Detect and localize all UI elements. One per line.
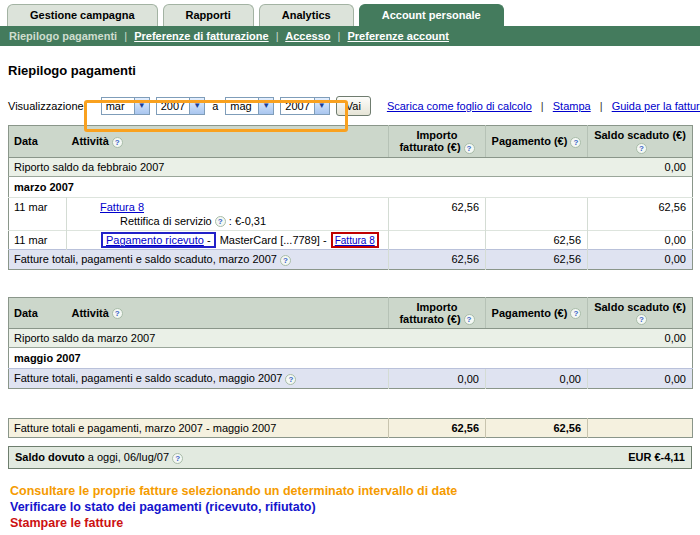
help-icon[interactable]: ? [570, 137, 581, 148]
help-icon[interactable]: ? [636, 314, 647, 325]
chevron-down-icon[interactable]: ▼ [189, 98, 204, 114]
page-title: Riepilogo pagamenti [8, 63, 700, 78]
march-total-row: Fatture totali, pagamenti e saldo scadut… [9, 250, 693, 270]
payment-received-highlight-box: Pagamento ricevuto - [101, 232, 216, 248]
march-total-label: Fatture totali, pagamenti e saldo scadut… [9, 250, 389, 270]
may-payments-table: Data Attività? Importo fatturato (€)? Pa… [8, 297, 693, 389]
payment-summary-page: Gestione campagna Rapporti Analytics Acc… [0, 0, 700, 535]
march-total-pagamento: 62,56 [486, 250, 588, 270]
carryover-row: Riporto saldo da marzo 2007 0,00 [9, 329, 693, 348]
may-total-pagamento: 0,00 [486, 369, 588, 389]
invoice-date: 11 mar [9, 197, 67, 231]
may-total-saldo: 0,00 [588, 369, 693, 389]
invoice-saldo: 62,56 [588, 197, 693, 231]
tab-analytics[interactable]: Analytics [259, 4, 354, 26]
tab-rapporti[interactable]: Rapporti [163, 4, 254, 26]
note-print-invoices: Stampare le fatture [10, 515, 700, 531]
main-tab-bar: Gestione campagna Rapporti Analytics Acc… [0, 0, 700, 26]
chevron-down-icon[interactable]: ▼ [134, 98, 149, 114]
carryover-label: Riporto saldo da marzo 2007 [9, 329, 588, 348]
subnav-item-riepilogo-pagamenti[interactable]: Riepilogo pagamenti [9, 30, 117, 42]
balance-due-row: Saldo dovuto a oggi, 06/lug/07? EUR €-4,… [8, 446, 692, 469]
help-icon[interactable]: ? [112, 308, 123, 319]
march-payments-table: Data Attività? Importo fatturato (€)? Pa… [8, 125, 693, 270]
col-pagamento: Pagamento (€)? [486, 126, 588, 158]
payment-row: 11 mar Pagamento ricevuto - MasterCard [… [9, 231, 693, 250]
payment-date: 11 mar [9, 231, 67, 250]
balance-due-label: Saldo dovuto a oggi, 06/lug/07? [15, 451, 183, 464]
period-summary-label: Fatture totali e pagamenti, marzo 2007 -… [9, 418, 389, 437]
period-summary-row: Fatture totali e pagamenti, marzo 2007 -… [9, 418, 693, 437]
march-total-importo: 62,56 [389, 250, 486, 270]
chevron-down-icon[interactable]: ▼ [314, 98, 329, 114]
period-summary-importo: 62,56 [389, 418, 486, 437]
payment-saldo: 0,00 [588, 231, 693, 250]
visualization-label: Visualizzazione: [8, 100, 87, 112]
to-year-select[interactable]: 2007 ▼ [280, 97, 329, 115]
invoice-link-highlight-box: Fattura 8 [331, 232, 379, 248]
carryover-row: Riporto saldo da febbraio 2007 0,00 [9, 157, 693, 176]
payment-activity: Pagamento ricevuto - MasterCard [...7789… [67, 231, 389, 250]
section-label: marzo 2007 [9, 176, 693, 197]
invoice-pagamento [486, 197, 588, 231]
subnav-separator: | [120, 30, 131, 42]
invoice-importo: 62,56 [389, 197, 486, 231]
payment-invoice-link[interactable]: Fattura 8 [335, 235, 375, 246]
to-month-value: mag [226, 100, 258, 112]
table-header-row: Data Attività? Importo fatturato (€)? Pa… [9, 297, 693, 329]
table-header-row: Data Attività? Importo fatturato (€)? Pa… [9, 126, 693, 158]
help-icon[interactable]: ? [636, 143, 647, 154]
tab-gestione-campagna[interactable]: Gestione campagna [7, 4, 158, 26]
col-saldo: Saldo scaduto (€)? [588, 126, 693, 158]
subnav-link-preferenze-fatturazione[interactable]: Preferenze di fatturazione [134, 30, 268, 42]
from-month-value: mar [102, 100, 134, 112]
march-total-saldo: 0,00 [588, 250, 693, 270]
help-icon[interactable]: ? [464, 314, 475, 325]
go-button[interactable]: Vai [336, 96, 371, 116]
tab-account-personale[interactable]: Account personale [359, 4, 504, 26]
toolbar-links: Scarica come foglio di calcolo | Stampa … [387, 100, 700, 112]
help-icon[interactable]: ? [285, 374, 296, 385]
service-adjustment-value: : €-0,31 [229, 215, 266, 227]
note-consult-invoices: Consultare le proprie fatture selezionan… [10, 483, 700, 499]
col-attivita: Attività? [67, 297, 389, 329]
help-icon[interactable]: ? [280, 255, 291, 266]
may-total-importo: 0,00 [389, 369, 486, 389]
subnav-link-accesso[interactable]: Accesso [285, 30, 330, 42]
from-year-select[interactable]: 2007 ▼ [156, 97, 205, 115]
toolbar-separator: | [594, 100, 609, 112]
col-pagamento: Pagamento (€)? [486, 297, 588, 329]
date-range-controls: Visualizzazione: mar ▼ 2007 ▼ a mag ▼ 20… [8, 94, 700, 118]
from-year-value: 2007 [157, 100, 189, 112]
to-year-value: 2007 [281, 100, 313, 112]
may-total-label: Fatture totali, pagamenti e saldo scadut… [9, 369, 389, 389]
invoice-link[interactable]: Fattura 8 [100, 201, 144, 213]
subnav-separator: | [272, 30, 283, 42]
to-month-select[interactable]: mag ▼ [225, 97, 274, 115]
print-link[interactable]: Stampa [553, 100, 591, 112]
subnav-separator: | [334, 30, 345, 42]
from-month-select[interactable]: mar ▼ [101, 97, 150, 115]
note-verify-payments: Verificare lo stato dei pagamenti (ricev… [10, 499, 700, 515]
service-adjustment: Rettifica di servizio? : €-0,31 [72, 213, 383, 228]
may-total-row: Fatture totali, pagamenti e saldo scadut… [9, 369, 693, 389]
help-icon[interactable]: ? [215, 216, 226, 227]
help-icon[interactable]: ? [112, 137, 123, 148]
col-importo: Importo fatturato (€)? [389, 126, 486, 158]
subnav-link-preferenze-account[interactable]: Preferenze account [347, 30, 448, 42]
help-icon[interactable]: ? [464, 143, 475, 154]
col-data: Data [9, 297, 67, 329]
help-icon[interactable]: ? [172, 453, 183, 464]
payment-received-link[interactable]: Pagamento ricevuto [106, 234, 204, 246]
payment-importo [389, 231, 486, 250]
payment-pagamento: 62,56 [486, 231, 588, 250]
balance-due-amount: EUR €-4,11 [628, 451, 685, 463]
download-spreadsheet-link[interactable]: Scarica come foglio di calcolo [387, 100, 532, 112]
billing-guide-link[interactable]: Guida per la fatturazione [612, 100, 700, 112]
account-subnav: Riepilogo pagamenti | Preferenze di fatt… [0, 26, 700, 46]
chevron-down-icon[interactable]: ▼ [258, 98, 273, 114]
help-icon[interactable]: ? [570, 308, 581, 319]
period-summary-table: Fatture totali e pagamenti, marzo 2007 -… [8, 418, 693, 438]
col-attivita: Attività? [67, 126, 389, 158]
section-row-may: maggio 2007 [9, 348, 693, 369]
